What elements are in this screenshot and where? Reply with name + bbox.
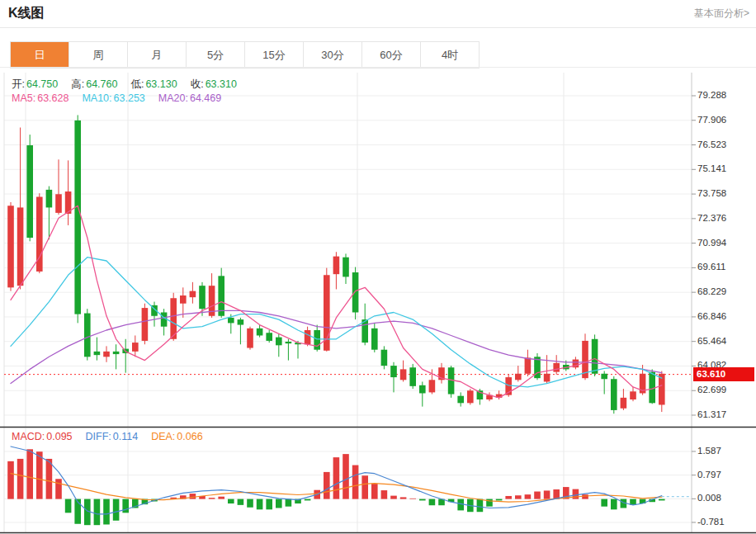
legend-item: MACD:0.095 — [12, 431, 73, 442]
macd-ytick-label: -0.781 — [697, 517, 750, 527]
main-ytick-label: 69.611 — [697, 262, 750, 272]
macd-bar — [257, 499, 263, 510]
legend-item: MA5:63.628 — [12, 92, 69, 104]
legend-item: 高:64.760 — [71, 78, 117, 92]
macd-bar — [544, 490, 550, 499]
current-price-badge: 63.610 — [693, 367, 754, 381]
macd-bar — [429, 499, 436, 506]
candle-body — [621, 398, 627, 409]
macd-bar — [371, 484, 378, 499]
candle-body — [544, 374, 550, 382]
candle-body — [199, 286, 206, 309]
candle-body — [390, 366, 397, 377]
legend-item: MA10:63.253 — [82, 92, 144, 104]
candle-body — [371, 328, 378, 350]
macd-bar — [113, 499, 120, 521]
ohlc-legend: 开:64.750高:64.760低:63.130收:63.310 — [12, 78, 250, 92]
macd-bar — [305, 499, 311, 501]
candle-body — [26, 145, 33, 238]
macd-bar — [17, 459, 24, 499]
macd-bar — [400, 497, 407, 499]
candle-body — [113, 352, 120, 354]
macd-bar — [553, 489, 560, 499]
macd-bar — [496, 499, 503, 501]
legend-item: MA20:64.469 — [158, 92, 221, 104]
macd-bar — [209, 498, 215, 499]
candle-body — [419, 385, 426, 394]
candle-body — [611, 379, 617, 410]
candle-body — [305, 330, 311, 344]
main-ytick-label: 68.229 — [697, 286, 750, 296]
ma-legend: MA5:63.628MA10:63.253MA20:64.469 — [12, 92, 234, 104]
macd-bar — [7, 461, 14, 499]
macd-bar — [103, 499, 110, 525]
macd-bar — [525, 494, 532, 499]
macd-bar — [218, 497, 224, 499]
candle-body — [467, 390, 474, 403]
macd-bar — [333, 457, 340, 499]
candle-body — [74, 121, 81, 314]
legend-item: 低:63.130 — [130, 78, 177, 92]
main-ytick-label: 72.376 — [697, 213, 750, 223]
legend-item: 开:64.750 — [12, 78, 58, 92]
candle-body — [343, 258, 349, 277]
candle-body — [218, 276, 224, 315]
main-ytick-label: 66.846 — [697, 311, 750, 321]
macd-bar — [505, 496, 512, 499]
candle-body — [525, 357, 532, 373]
candle-body — [630, 391, 636, 399]
macd-ytick-label: 0.797 — [697, 470, 750, 480]
candle-body — [333, 257, 340, 275]
candle-body — [592, 339, 598, 374]
macd-bar — [26, 449, 33, 499]
macd-bar — [46, 459, 53, 499]
macd-bar — [582, 494, 588, 499]
macd-bar — [55, 479, 62, 499]
macd-bar — [74, 499, 81, 524]
main-ytick-label: 73.758 — [697, 188, 750, 198]
legend-item: DEA:0.066 — [151, 431, 202, 442]
macd-bar — [611, 499, 617, 510]
legend-item: DIFF:0.114 — [86, 431, 139, 442]
candle-body — [228, 318, 234, 323]
macd-bar — [390, 496, 397, 499]
main-ytick-label: 61.317 — [697, 409, 750, 419]
candle-body — [381, 350, 388, 366]
macd-bar — [266, 499, 272, 510]
macd-bar — [276, 499, 282, 508]
macd-bar — [36, 451, 43, 499]
main-ytick-label: 77.906 — [697, 115, 750, 125]
candle-body — [247, 328, 253, 348]
macd-bar — [65, 499, 72, 513]
candle-body — [46, 190, 53, 208]
macd-bar — [228, 499, 234, 503]
macd-bar — [324, 472, 330, 499]
candle-body — [17, 207, 24, 286]
macd-bar — [477, 499, 484, 513]
macd-ytick-label: 0.008 — [697, 493, 750, 503]
candle-body — [84, 314, 91, 357]
main-ytick-label: 75.141 — [697, 163, 750, 173]
macd-bar — [361, 475, 368, 499]
macd-bar — [94, 499, 101, 526]
macd-bar — [352, 465, 359, 499]
candle-body — [429, 380, 436, 392]
candle-body — [601, 374, 607, 379]
macd-ytick-label: 1.587 — [697, 446, 750, 456]
candle-body — [553, 363, 560, 372]
candle-body — [55, 194, 62, 213]
macd-bar — [515, 495, 522, 499]
macd-bar — [238, 499, 244, 505]
main-ytick-label: 76.523 — [697, 139, 750, 149]
candle-body — [132, 343, 139, 352]
candle-body — [457, 396, 464, 404]
candle-body — [286, 342, 292, 343]
legend-item: 收:63.310 — [191, 78, 237, 92]
candle-body — [314, 330, 320, 350]
candle-body — [515, 374, 522, 380]
candle-body — [190, 291, 196, 298]
macd-bar — [343, 454, 349, 499]
macd-bar — [122, 499, 129, 513]
candle-body — [103, 352, 110, 357]
candle-body — [180, 295, 187, 304]
